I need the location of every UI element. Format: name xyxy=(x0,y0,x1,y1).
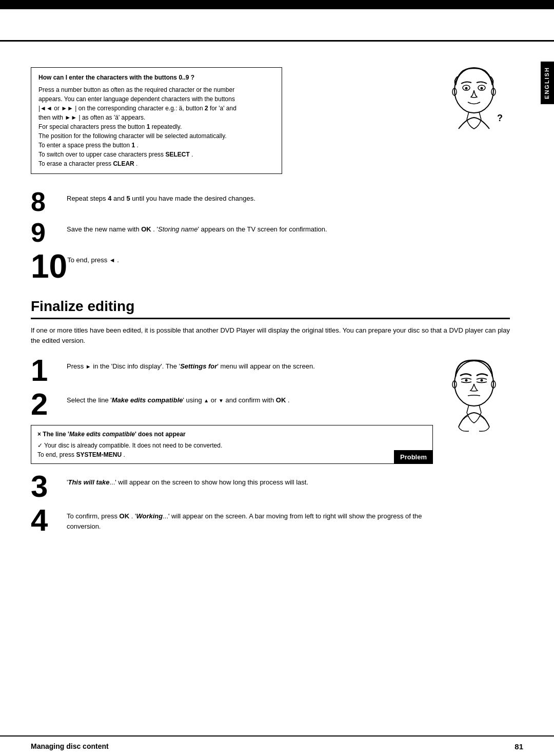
upper-section: How can I enter the characters with the … xyxy=(31,67,510,287)
svg-line-15 xyxy=(467,405,469,413)
step-8-text: Repeat steps 4 and 5 until you have made… xyxy=(67,188,433,204)
problem-box: × The line 'Make edits compatible' does … xyxy=(31,425,433,464)
page-number: 81 xyxy=(515,742,523,751)
arrow-up-icon xyxy=(204,396,209,404)
character-illustration-2 xyxy=(443,355,510,444)
character-face-svg-1: ? xyxy=(443,62,505,144)
svg-point-11 xyxy=(465,379,468,382)
tip-box-line-2: appears. You can enter language dependen… xyxy=(38,94,274,104)
finalize-step-1-number: 1 xyxy=(31,355,67,386)
tip-box-line-7: To enter a space press the button 1 . xyxy=(38,141,274,150)
main-content: How can I enter the characters with the … xyxy=(0,52,554,554)
svg-text:?: ? xyxy=(497,113,503,123)
finalize-step-4-text: To confirm, press OK . 'Working...' will… xyxy=(67,505,433,532)
step-10-row: 10 To end, press . xyxy=(31,250,433,283)
problem-box-title: × The line 'Make edits compatible' does … xyxy=(37,430,426,439)
finalize-step-1-text: Press in the 'Disc info display'. The 'S… xyxy=(67,355,433,372)
section-separator xyxy=(0,40,554,42)
finalize-step-2-row: 2 Select the line 'Make edits compatible… xyxy=(31,389,433,420)
svg-line-8 xyxy=(479,112,481,120)
tip-box-line-5: For special characters press the button … xyxy=(38,122,274,131)
step-9-number: 9 xyxy=(31,219,67,246)
svg-line-16 xyxy=(479,405,481,413)
step-10-text: To end, press . xyxy=(67,250,433,265)
step-8-row: 8 Repeat steps 4 and 5 until you have ma… xyxy=(31,188,433,215)
tip-box-line-8: To switch over to upper case characters … xyxy=(38,150,274,159)
tip-box-line-9: To erase a character press CLEAR . xyxy=(38,159,274,168)
svg-point-3 xyxy=(465,87,468,90)
tip-box-line-1: Press a number button as often as the re… xyxy=(38,85,274,94)
steps-upper: 8 Repeat steps 4 and 5 until you have ma… xyxy=(31,183,433,283)
tip-box-line-3: |◄◄ or ►► | on the corresponding charact… xyxy=(38,104,274,113)
step-9-row: 9 Save the new name with OK . 'Storing n… xyxy=(31,219,433,246)
finalize-step-2-number: 2 xyxy=(31,389,67,420)
step-9-text: Save the new name with OK . 'Storing nam… xyxy=(67,219,433,235)
finalize-steps-list: 1 Press in the 'Disc info display'. The … xyxy=(31,355,433,539)
finalize-step-3-number: 3 xyxy=(31,471,67,502)
character-face-svg-2 xyxy=(443,355,505,442)
finalize-step-2-text: Select the line 'Make edits compatible' … xyxy=(67,389,433,405)
finalize-area: 1 Press in the 'Disc info display'. The … xyxy=(31,355,510,539)
character-illustration-1: ? xyxy=(443,62,510,144)
tip-box-line-6: The position for the following character… xyxy=(38,131,274,141)
finalize-step-4-number: 4 xyxy=(31,505,67,536)
finalize-step-3-text: 'This will take...' will appear on the s… xyxy=(67,471,433,488)
upper-left: How can I enter the characters with the … xyxy=(31,67,433,287)
finalize-intro: If one or more titles have been edited, … xyxy=(31,325,510,346)
top-bar xyxy=(0,0,554,9)
problem-badge: Problem xyxy=(394,450,433,464)
svg-point-10 xyxy=(454,361,493,406)
finalize-step-1-row: 1 Press in the 'Disc info display'. The … xyxy=(31,355,433,386)
bottom-left-label: Managing disc content xyxy=(31,742,109,750)
svg-point-4 xyxy=(481,87,483,90)
arrow-right-icon-1 xyxy=(86,362,91,370)
arrow-left-icon xyxy=(109,256,115,264)
problem-box-line1: ✓ Your disc is already compatible. It do… xyxy=(37,441,426,450)
tip-box-title: How can I enter the characters with the … xyxy=(38,73,274,82)
arrow-down-icon xyxy=(219,396,224,404)
step-8-number: 8 xyxy=(31,188,67,215)
finalize-step-4-row: 4 To confirm, press OK . 'Working...' wi… xyxy=(31,505,433,536)
step-10-number: 10 xyxy=(31,250,67,283)
problem-box-line2: To end, press SYSTEM-MENU . xyxy=(37,450,426,459)
bottom-bar: Managing disc content 81 xyxy=(0,735,554,756)
tip-box: How can I enter the characters with the … xyxy=(31,67,282,174)
sidebar-english-label: ENGLISH xyxy=(541,62,554,104)
finalize-section-title: Finalize editing xyxy=(31,298,510,319)
tip-box-line-4: then with ►► | as often as 'ä' appears. xyxy=(38,113,274,122)
svg-line-7 xyxy=(467,112,469,120)
svg-point-12 xyxy=(481,379,483,382)
finalize-step-3-row: 3 'This will take...' will appear on the… xyxy=(31,471,433,502)
